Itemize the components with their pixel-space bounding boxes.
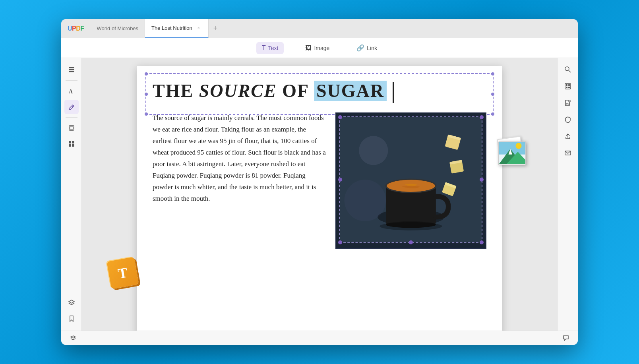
email-button[interactable] (561, 146, 575, 160)
svg-rect-37 (568, 84, 570, 86)
pdfa-icon: PDF (565, 100, 571, 106)
share-icon (565, 133, 571, 139)
layers-icon (68, 299, 75, 306)
bottom-chat-icon (563, 335, 569, 341)
svg-rect-8 (72, 141, 74, 143)
text-cursor (393, 82, 394, 103)
image-selection-box (339, 116, 482, 243)
bottom-layers-icon (70, 335, 76, 341)
svg-marker-11 (69, 300, 74, 303)
toolbar-text-button[interactable]: T Text (256, 42, 284, 54)
svg-rect-41 (569, 100, 570, 102)
svg-point-14 (515, 143, 521, 149)
svg-point-24 (380, 222, 442, 230)
img-handle-bl[interactable] (338, 240, 342, 244)
shield-icon (565, 116, 571, 123)
protect-button[interactable] (561, 113, 575, 126)
toolbar-image-label: Image (314, 45, 329, 51)
heading-source: Source (199, 81, 283, 101)
tab-bar: World of Microbes The Lost Nutrition × + (91, 19, 578, 38)
body-text-column: The source of sugar is mainly cereals. T… (153, 112, 326, 248)
handle-top-right[interactable] (491, 72, 494, 76)
svg-rect-35 (565, 83, 571, 89)
search-panel-button[interactable] (561, 63, 575, 76)
svg-point-32 (344, 180, 386, 221)
app-logo: UPDF (61, 25, 91, 32)
handle-middle-right[interactable] (491, 93, 494, 96)
handle-bottom-right[interactable] (491, 112, 494, 116)
sidebar-divider-2 (66, 117, 77, 118)
bookmark-button[interactable] (64, 312, 79, 326)
svg-line-4 (72, 106, 73, 107)
image-column (335, 112, 486, 248)
mountain-svg (499, 141, 525, 165)
main-area: A ‹ T (61, 58, 578, 331)
tab-lost-nutrition-label: The Lost Nutrition (151, 25, 192, 31)
content-area: T (82, 58, 557, 331)
image-container (335, 112, 486, 248)
toolbar-image-button[interactable]: 🖼 Image (300, 42, 335, 54)
toolbar: T Text 🖼 Image 🔗 Link (61, 38, 578, 58)
svg-rect-7 (69, 141, 71, 143)
pdf-page: THE Source OF SUGAR The source of sugar … (137, 66, 502, 331)
image-outer-box (335, 112, 486, 248)
bookmark-icon (68, 315, 75, 322)
stamp-button[interactable] (64, 121, 79, 135)
toolbar-link-button[interactable]: 🔗 Link (351, 42, 383, 54)
organize-button[interactable] (64, 137, 79, 151)
image-sticker-icon (494, 137, 530, 169)
tab-lost-nutrition[interactable]: The Lost Nutrition × (145, 19, 209, 38)
edit-text-button[interactable]: A (64, 84, 79, 98)
link-tool-icon: 🔗 (356, 44, 364, 52)
pages-icon (68, 66, 75, 74)
toolbar-link-label: Link (367, 45, 377, 51)
heading-of: OF (282, 81, 314, 101)
logo-f: F (80, 25, 84, 32)
body-paragraph: The source of sugar is mainly cereals. T… (153, 112, 326, 204)
thumbnail-icon (565, 83, 571, 89)
bottom-layers-button[interactable] (68, 333, 79, 344)
handle-bottom-left[interactable] (145, 112, 148, 116)
svg-rect-39 (568, 87, 570, 88)
logo-p: P (72, 25, 76, 32)
image-tool-icon: 🖼 (305, 45, 312, 52)
search-icon (565, 66, 571, 73)
tab-close-button[interactable]: × (196, 25, 202, 31)
handle-top-left[interactable] (145, 72, 148, 76)
svg-rect-38 (566, 87, 567, 88)
markup-button[interactable] (64, 100, 79, 114)
handle-middle-left[interactable] (145, 93, 148, 96)
svg-rect-2 (69, 71, 74, 72)
img-handle-br[interactable] (480, 240, 484, 244)
layers-button[interactable] (64, 296, 79, 310)
svg-text:A: A (69, 89, 73, 95)
svg-marker-44 (71, 336, 76, 338)
content-columns: The source of sugar is mainly cereals. T… (153, 112, 486, 248)
tab-world-of-microbes-label: World of Microbes (97, 25, 139, 31)
text-tool-icon: T (262, 45, 266, 52)
text-cube-icon: T (109, 259, 141, 291)
app-window: UPDF World of Microbes The Lost Nutritio… (61, 19, 578, 345)
font-icon: A (68, 87, 75, 95)
img-handle-ml[interactable] (338, 178, 342, 182)
pdfa-button[interactable]: PDF (561, 96, 575, 110)
share-button[interactable] (561, 130, 575, 143)
svg-rect-36 (566, 84, 567, 86)
bottom-chat-button[interactable] (560, 333, 571, 344)
pages-panel-button[interactable] (64, 63, 79, 77)
tab-world-of-microbes[interactable]: World of Microbes (91, 19, 145, 38)
toolbar-text-label: Text (268, 45, 279, 51)
heading-sugar: SUGAR (314, 81, 387, 101)
img-handle-mr[interactable] (480, 178, 484, 182)
img-sticker-front (498, 141, 526, 165)
text-cube: T (106, 257, 139, 289)
svg-rect-10 (72, 144, 74, 147)
thumbnail-panel-button[interactable] (561, 79, 575, 93)
svg-rect-6 (70, 126, 73, 130)
tab-add-button[interactable]: + (209, 19, 223, 38)
img-handle-tr[interactable] (480, 115, 484, 119)
organize-icon (68, 140, 75, 147)
logo-d: D (76, 25, 80, 32)
svg-point-33 (565, 67, 569, 71)
img-handle-bm[interactable] (409, 240, 413, 244)
